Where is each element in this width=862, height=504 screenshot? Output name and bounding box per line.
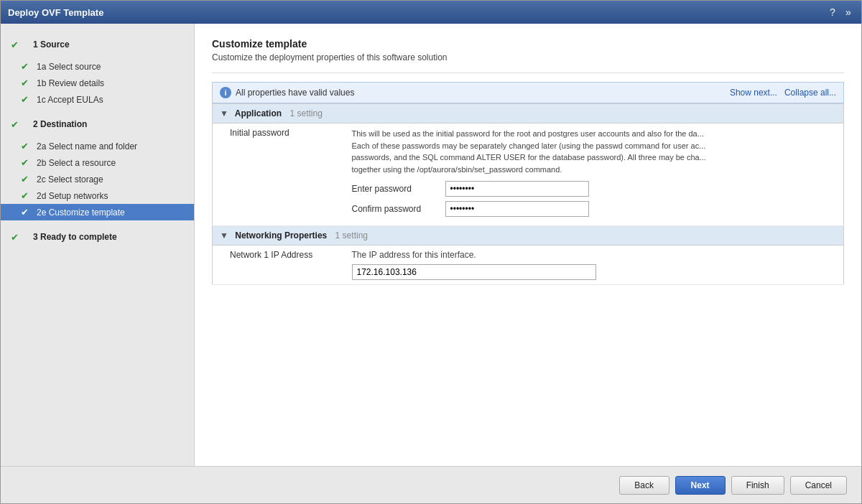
info-bar-links: Show next... Collapse all...	[730, 88, 836, 98]
divider	[212, 73, 844, 73]
sidebar-item-2b[interactable]: ✔ 2b Select a resource	[1, 154, 194, 171]
confirm-password-row: Confirm password	[352, 201, 834, 217]
confirm-password-label: Confirm password	[352, 204, 445, 214]
sidebar: ✔ 1 Source ✔ 1a Select source ✔ 1b Revie…	[1, 24, 195, 466]
application-section-row: ▼ Application 1 setting	[213, 104, 844, 123]
titlebar-icons: ? »	[827, 6, 854, 18]
networking-count: 1 setting	[335, 230, 368, 241]
titlebar: Deploy OVF Template ? »	[1, 1, 861, 24]
sidebar-section-ready-header: ✔ 3 Ready to complete	[1, 223, 194, 251]
check-2c: ✔	[21, 174, 31, 185]
cancel-button[interactable]: Cancel	[790, 476, 847, 495]
footer: Back Next Finish Cancel	[1, 466, 861, 503]
sidebar-item-2e[interactable]: ✔ 2e Customize template	[1, 204, 194, 220]
label-2a: 2a Select name and folder	[37, 141, 137, 151]
page-title: Customize template	[212, 38, 844, 50]
check-1b: ✔	[21, 78, 31, 88]
check-1c: ✔	[21, 94, 31, 105]
page-subtitle: Customize the deployment properties of t…	[212, 52, 844, 62]
sidebar-item-1b[interactable]: ✔ 1b Review details	[1, 75, 194, 91]
label-2c: 2c Select storage	[37, 174, 103, 185]
info-icon: i	[220, 87, 231, 98]
label-2b: 2b Select a resource	[37, 158, 116, 168]
network1-ip-desc: The IP address for this interface.	[352, 250, 834, 260]
initial-password-label: Initial password	[213, 123, 342, 226]
source-checkmark: ✔	[11, 39, 19, 50]
networking-label: Networking Properties	[235, 230, 327, 241]
content-area: ✔ 1 Source ✔ 1a Select source ✔ 1b Revie…	[1, 24, 861, 466]
finish-button[interactable]: Finish	[731, 476, 784, 495]
collapse-all-button[interactable]: Collapse all...	[784, 88, 836, 98]
label-1c: 1c Accept EULAs	[37, 95, 103, 105]
network1-ip-label: Network 1 IP Address	[213, 246, 342, 285]
main-content: Customize template Customize the deploym…	[195, 24, 861, 466]
networking-toggle[interactable]: ▼	[220, 230, 228, 241]
sidebar-section-source: ✔ 1 Source ✔ 1a Select source ✔ 1b Revie…	[1, 31, 194, 108]
check-2a: ✔	[21, 141, 31, 151]
info-message: All properties have valid values	[236, 88, 354, 98]
application-toggle[interactable]: ▼	[220, 108, 228, 118]
destination-checkmark: ✔	[11, 119, 19, 130]
check-2b: ✔	[21, 157, 31, 168]
network1-ip-value: The IP address for this interface.	[342, 246, 844, 285]
label-1a: 1a Select source	[37, 62, 101, 72]
sidebar-section-ready: ✔ 3 Ready to complete	[1, 223, 194, 251]
back-button[interactable]: Back	[619, 476, 669, 495]
help-icon[interactable]: ?	[827, 6, 838, 18]
network1-ip-input[interactable]	[352, 264, 596, 280]
source-title: 1 Source	[23, 35, 80, 54]
destination-title: 2 Destination	[23, 115, 97, 134]
enter-password-input[interactable]	[445, 181, 589, 197]
initial-password-desc: This will be used as the initial passwor…	[352, 128, 826, 175]
sidebar-section-destination-header: ✔ 2 Destination	[1, 111, 194, 138]
enter-password-label: Enter password	[352, 184, 445, 194]
sidebar-section-source-header: ✔ 1 Source	[1, 31, 194, 58]
confirm-password-input[interactable]	[445, 201, 589, 217]
info-bar: i All properties have valid values Show …	[212, 82, 844, 103]
dialog-title: Deploy OVF Template	[8, 7, 103, 18]
expand-icon[interactable]: »	[843, 6, 854, 18]
initial-password-row: Initial password This will be used as th…	[213, 123, 844, 226]
check-2d: ✔	[21, 190, 31, 201]
application-count: 1 setting	[289, 108, 322, 118]
enter-password-row: Enter password	[352, 181, 834, 197]
networking-section-row: ▼ Networking Properties 1 setting	[213, 226, 844, 246]
sidebar-item-2c[interactable]: ✔ 2c Select storage	[1, 171, 194, 187]
sidebar-item-1a[interactable]: ✔ 1a Select source	[1, 58, 194, 75]
label-1b: 1b Review details	[37, 78, 104, 88]
check-2e: ✔	[21, 207, 31, 218]
next-button[interactable]: Next	[675, 476, 726, 495]
sidebar-item-2a[interactable]: ✔ 2a Select name and folder	[1, 138, 194, 154]
show-next-button[interactable]: Show next...	[730, 88, 777, 98]
check-1a: ✔	[21, 61, 31, 72]
sidebar-item-2d[interactable]: ✔ 2d Setup networks	[1, 187, 194, 204]
label-2e: 2e Customize template	[37, 207, 125, 218]
network1-ip-row: Network 1 IP Address The IP address for …	[213, 246, 844, 285]
sidebar-section-destination: ✔ 2 Destination ✔ 2a Select name and fol…	[1, 111, 194, 220]
info-bar-left: i All properties have valid values	[220, 87, 354, 98]
sidebar-item-1c[interactable]: ✔ 1c Accept EULAs	[1, 91, 194, 108]
initial-password-value: This will be used as the initial passwor…	[342, 123, 844, 226]
properties-table: ▼ Application 1 setting Initial password…	[212, 103, 844, 285]
ready-title: 3 Ready to complete	[23, 228, 127, 246]
label-2d: 2d Setup networks	[37, 191, 108, 201]
ready-checkmark: ✔	[11, 232, 19, 243]
application-label: Application	[235, 108, 282, 118]
dialog: Deploy OVF Template ? » ✔ 1 Source ✔ 1a …	[0, 0, 862, 504]
